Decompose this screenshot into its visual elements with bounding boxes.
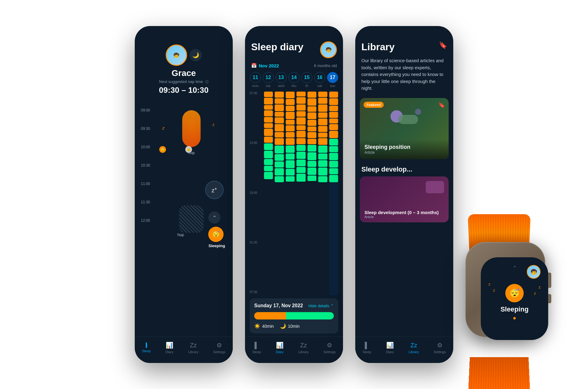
settings-label-2: Settings: [323, 350, 336, 354]
watch-zzz-1: z: [488, 282, 491, 286]
months-old-label: 6 months old: [314, 63, 337, 68]
day-num-11: 11: [250, 72, 261, 83]
sleep-stat: 🌙 10min: [280, 323, 300, 329]
watch-sleep-icon: 😴: [505, 284, 524, 302]
bookmark-icon[interactable]: 🔖: [439, 41, 447, 49]
chart-time-1300: 13:00: [250, 141, 261, 145]
watch-screen-inner: ⌃ 🧒 z z z z 😴 Sleeping: [481, 257, 548, 340]
nav-diary[interactable]: 📊 Diary: [165, 342, 173, 354]
bottom-nav-library: ▌ Sleep 📊 Diary Zz Library ⚙ Settings: [355, 337, 453, 363]
nav-settings-2[interactable]: ⚙ Settings: [323, 342, 336, 354]
article2-type: Article: [364, 215, 444, 219]
sleep-start-dot[interactable]: 😴: [159, 146, 166, 153]
zzz-plus-icon: z+: [212, 186, 217, 194]
day-16[interactable]: 16 sat: [314, 72, 326, 88]
chart-time-labels: 07:00 13:00 19:00 01:00 07:00: [250, 90, 261, 295]
day-num-16: 16: [314, 72, 325, 83]
sleep-icon-2: ▌: [254, 342, 259, 349]
sleep-chart: 07:00 13:00 19:00 01:00 07:00: [245, 90, 343, 295]
chart-col-thu: [296, 90, 306, 295]
detail-date: Sunday 17, Nov 2022: [254, 303, 303, 308]
day-name-fri: fri: [305, 84, 308, 88]
nav-library-3[interactable]: Zz Library: [409, 342, 419, 354]
diary-icon: 📊: [166, 342, 173, 349]
watch-case: ⌃ 🧒 z z z z 😴 Sleeping: [466, 242, 545, 337]
chevron-up-icon: ⌃: [330, 304, 334, 308]
article1-type: Article: [364, 150, 444, 155]
library-title: Library: [361, 41, 394, 53]
day-15[interactable]: 15 fri: [301, 72, 313, 88]
chart-time-1900: 19:00: [250, 191, 261, 194]
month-row: 📅 Nov 2022 6 months old: [245, 63, 343, 68]
day-name-mon: mon: [252, 84, 258, 88]
article1-title: Sleeping position: [364, 144, 444, 150]
nav-sleep-3[interactable]: ▌ Sleep: [363, 342, 371, 354]
nav-library[interactable]: Zz Library: [188, 342, 198, 354]
band-texture-bottom: [467, 357, 531, 389]
sleep-nav-icon: [146, 342, 147, 348]
hide-details-button[interactable]: Hide details ⌃: [308, 304, 334, 308]
day-name-tue: tue: [266, 84, 270, 88]
watch-zzz-4: z: [534, 291, 536, 296]
watch-indicator-dot: [513, 317, 516, 319]
sleep-duration: 10min: [288, 324, 300, 329]
timeline-track: z z 😴 😴 Nap z+ ⌃ Nap: [156, 101, 227, 337]
article2-thumb: [426, 181, 444, 193]
day-name-thu: thu: [292, 84, 296, 88]
section2-title: Sleep develop...: [355, 165, 453, 176]
bottom-nav-sleep: Sleep 📊 Diary Zz Library ⚙ Settings: [135, 337, 233, 363]
nav-settings[interactable]: ⚙ Settings: [213, 342, 225, 354]
watch-band-bottom: [467, 357, 531, 389]
article-card-sleep-development[interactable]: Sleep development (0 – 3 months) Article: [360, 176, 449, 222]
calendar-icon: 📅: [251, 63, 257, 68]
settings-icon-2: ⚙: [327, 342, 332, 349]
zzz-icon-left: z: [162, 126, 164, 130]
sleep-stats: ☀️ 40min 🌙 10min: [254, 323, 334, 329]
time-1130: 11:30: [141, 193, 150, 211]
article2-content: Sleep development (0 – 3 months) Article: [360, 206, 449, 222]
sleep-label-2: Sleep: [252, 350, 261, 354]
baby-avatar[interactable]: 🧒: [166, 44, 187, 66]
nav-sleep[interactable]: Sleep: [142, 342, 151, 353]
watch-zzz-3: z: [539, 285, 541, 289]
diary-avatar[interactable]: 🧒: [320, 41, 337, 58]
day-12[interactable]: 12 tue: [262, 72, 274, 88]
article-bookmark-icon[interactable]: 🔖: [438, 102, 445, 108]
sun-icon: ☀️: [254, 323, 260, 329]
time-1200: 12:00: [141, 211, 150, 230]
chart-col-fri: [307, 90, 317, 295]
info-icon[interactable]: ⓘ: [205, 80, 209, 84]
moon-avatar[interactable]: 🌙: [190, 49, 202, 61]
avatar-container: 🧒 🌙: [166, 44, 202, 66]
library-nav-label: Library: [188, 350, 198, 354]
phone-library: Library 🔖 Our library of science-based a…: [355, 26, 453, 363]
sleep-icon-3: ▌: [365, 342, 369, 349]
chart-col-tue: [274, 90, 284, 295]
day-13[interactable]: 13 wed: [275, 72, 287, 88]
day-17[interactable]: 17 sun: [327, 72, 338, 88]
day-14[interactable]: 14 thu: [288, 72, 300, 88]
phone-sleep: 🧒 🌙 Grace Next suggested nap time ⓘ 09:3…: [135, 26, 233, 363]
nap-duration: 40min: [262, 324, 274, 329]
week-row: 11 mon 12 tue 13 wed 14 thu 15 fri: [245, 72, 343, 88]
nap-gray-block: [179, 205, 204, 233]
month-label: 📅 Nov 2022: [251, 63, 279, 68]
library-description: Our library of science-based articles an…: [355, 57, 453, 92]
sleeping-dot[interactable]: 😴: [208, 227, 224, 242]
diary-label-3: Diary: [386, 350, 394, 354]
nav-diary-2[interactable]: 📊 Diary: [276, 342, 284, 354]
nav-diary-3[interactable]: 📊 Diary: [386, 342, 394, 354]
article-card-sleeping-position[interactable]: Featured 🔖 Sleeping position Article: [360, 98, 449, 159]
settings-nav-label: Settings: [213, 350, 225, 354]
nav-library-2[interactable]: Zz Library: [298, 342, 309, 354]
watch-avatar[interactable]: 🧒: [527, 265, 541, 279]
day-num-12: 12: [263, 72, 274, 83]
day-11[interactable]: 11 mon: [250, 72, 261, 88]
sleep-timer-button[interactable]: z+: [205, 181, 224, 199]
nav-sleep-2[interactable]: ▌ Sleep: [252, 342, 261, 354]
sleep-timeline-bar: [254, 312, 334, 319]
moon-stat-icon: 🌙: [280, 323, 286, 329]
chevron-up-button[interactable]: ⌃: [208, 211, 221, 224]
diary-label-2: Diary: [276, 350, 284, 354]
apple-watch: ⌃ 🧒 z z z z 😴 Sleeping: [441, 233, 570, 380]
